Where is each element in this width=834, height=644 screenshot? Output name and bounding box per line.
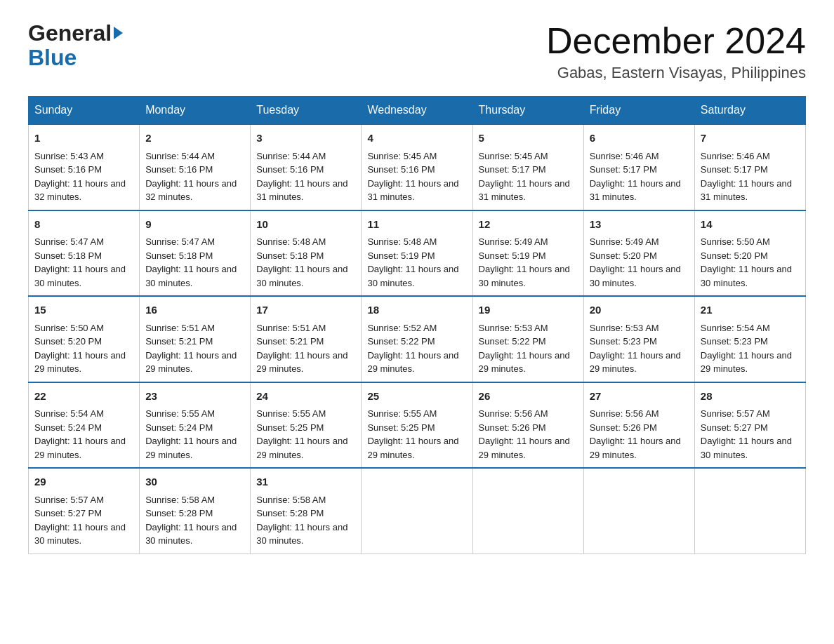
day-number: 14 bbox=[701, 217, 800, 233]
calendar-day-28: 28Sunrise: 5:57 AMSunset: 5:27 PMDayligh… bbox=[694, 382, 805, 469]
sunrise-text: Sunrise: 5:56 AM bbox=[590, 408, 659, 419]
empty-cell bbox=[583, 468, 694, 554]
calendar-day-8: 8Sunrise: 5:47 AMSunset: 5:18 PMDaylight… bbox=[29, 210, 140, 297]
sunset-text: Sunset: 5:16 PM bbox=[256, 164, 324, 175]
daylight-text: Daylight: 11 hours and 30 minutes. bbox=[590, 264, 681, 288]
calendar-header-row: SundayMondayTuesdayWednesdayThursdayFrid… bbox=[29, 97, 806, 125]
calendar-day-29: 29Sunrise: 5:57 AMSunset: 5:27 PMDayligh… bbox=[29, 468, 140, 554]
sunset-text: Sunset: 5:24 PM bbox=[34, 422, 102, 433]
calendar-day-21: 21Sunrise: 5:54 AMSunset: 5:23 PMDayligh… bbox=[694, 296, 805, 382]
sunrise-text: Sunrise: 5:55 AM bbox=[256, 408, 326, 419]
sunrise-text: Sunrise: 5:46 AM bbox=[590, 151, 659, 161]
calendar-day-12: 12Sunrise: 5:49 AMSunset: 5:19 PMDayligh… bbox=[472, 210, 583, 297]
sunrise-text: Sunrise: 5:49 AM bbox=[479, 236, 548, 247]
sunrise-text: Sunrise: 5:48 AM bbox=[367, 236, 437, 247]
sunrise-text: Sunrise: 5:46 AM bbox=[701, 151, 770, 161]
day-number: 20 bbox=[590, 302, 689, 318]
day-number: 27 bbox=[590, 389, 689, 405]
day-number: 18 bbox=[367, 302, 466, 318]
sunrise-text: Sunrise: 5:53 AM bbox=[479, 323, 548, 333]
sunrise-text: Sunrise: 5:55 AM bbox=[145, 408, 215, 419]
sunset-text: Sunset: 5:18 PM bbox=[34, 250, 102, 261]
sunrise-text: Sunrise: 5:54 AM bbox=[34, 408, 104, 419]
empty-cell bbox=[472, 468, 583, 554]
day-number: 2 bbox=[145, 130, 244, 147]
calendar-day-26: 26Sunrise: 5:56 AMSunset: 5:26 PMDayligh… bbox=[472, 382, 583, 469]
logo: General Blue bbox=[28, 21, 123, 70]
daylight-text: Daylight: 11 hours and 30 minutes. bbox=[367, 264, 458, 288]
sunset-text: Sunset: 5:17 PM bbox=[701, 164, 768, 175]
daylight-text: Daylight: 11 hours and 30 minutes. bbox=[34, 264, 126, 288]
calendar-day-10: 10Sunrise: 5:48 AMSunset: 5:18 PMDayligh… bbox=[251, 210, 362, 297]
logo-general-text: General bbox=[28, 21, 112, 46]
col-header-sunday: Sunday bbox=[29, 97, 140, 125]
sunset-text: Sunset: 5:25 PM bbox=[256, 422, 324, 433]
day-number: 6 bbox=[590, 130, 689, 147]
day-number: 8 bbox=[34, 217, 133, 233]
sunset-text: Sunset: 5:19 PM bbox=[479, 250, 546, 261]
day-number: 17 bbox=[256, 302, 355, 318]
calendar-day-9: 9Sunrise: 5:47 AMSunset: 5:18 PMDaylight… bbox=[140, 210, 251, 297]
calendar-day-20: 20Sunrise: 5:53 AMSunset: 5:23 PMDayligh… bbox=[583, 296, 694, 382]
day-number: 19 bbox=[479, 302, 578, 318]
daylight-text: Daylight: 11 hours and 29 minutes. bbox=[145, 436, 237, 460]
sunrise-text: Sunrise: 5:54 AM bbox=[701, 323, 770, 333]
sunset-text: Sunset: 5:21 PM bbox=[145, 336, 213, 347]
sunset-text: Sunset: 5:16 PM bbox=[34, 164, 102, 175]
daylight-text: Daylight: 11 hours and 30 minutes. bbox=[256, 522, 348, 546]
col-header-thursday: Thursday bbox=[472, 97, 583, 125]
col-header-monday: Monday bbox=[140, 97, 251, 125]
logo-triangle-icon bbox=[114, 27, 123, 39]
daylight-text: Daylight: 11 hours and 30 minutes. bbox=[34, 522, 126, 546]
col-header-tuesday: Tuesday bbox=[251, 97, 362, 125]
day-number: 22 bbox=[34, 389, 133, 405]
calendar-day-4: 4Sunrise: 5:45 AMSunset: 5:16 PMDaylight… bbox=[362, 124, 472, 210]
daylight-text: Daylight: 11 hours and 29 minutes. bbox=[701, 350, 792, 375]
logo-blue-text: Blue bbox=[28, 45, 77, 70]
day-number: 11 bbox=[367, 217, 466, 233]
daylight-text: Daylight: 11 hours and 30 minutes. bbox=[256, 264, 348, 288]
daylight-text: Daylight: 11 hours and 31 minutes. bbox=[256, 178, 348, 203]
daylight-text: Daylight: 11 hours and 31 minutes. bbox=[701, 178, 792, 203]
sunrise-text: Sunrise: 5:55 AM bbox=[367, 408, 437, 419]
sunrise-text: Sunrise: 5:50 AM bbox=[34, 323, 104, 333]
day-number: 23 bbox=[145, 389, 244, 405]
sunrise-text: Sunrise: 5:53 AM bbox=[590, 323, 659, 333]
page-header: General Blue December 2024 Gabas, Easter… bbox=[28, 21, 806, 82]
sunset-text: Sunset: 5:20 PM bbox=[34, 336, 102, 347]
daylight-text: Daylight: 11 hours and 29 minutes. bbox=[590, 350, 681, 375]
day-number: 26 bbox=[479, 389, 578, 405]
sunset-text: Sunset: 5:16 PM bbox=[367, 164, 435, 175]
sunrise-text: Sunrise: 5:56 AM bbox=[479, 408, 548, 419]
calendar-day-23: 23Sunrise: 5:55 AMSunset: 5:24 PMDayligh… bbox=[140, 382, 251, 469]
sunrise-text: Sunrise: 5:51 AM bbox=[256, 323, 326, 333]
sunset-text: Sunset: 5:28 PM bbox=[145, 508, 213, 518]
location-subtitle: Gabas, Eastern Visayas, Philippines bbox=[546, 64, 806, 82]
day-number: 1 bbox=[34, 130, 133, 147]
sunrise-text: Sunrise: 5:48 AM bbox=[256, 236, 326, 247]
calendar-day-24: 24Sunrise: 5:55 AMSunset: 5:25 PMDayligh… bbox=[251, 382, 362, 469]
daylight-text: Daylight: 11 hours and 29 minutes. bbox=[34, 436, 126, 460]
sunrise-text: Sunrise: 5:58 AM bbox=[256, 495, 326, 505]
title-area: December 2024 Gabas, Eastern Visayas, Ph… bbox=[546, 21, 806, 82]
sunrise-text: Sunrise: 5:57 AM bbox=[701, 408, 770, 419]
calendar-day-25: 25Sunrise: 5:55 AMSunset: 5:25 PMDayligh… bbox=[362, 382, 472, 469]
sunrise-text: Sunrise: 5:50 AM bbox=[701, 236, 770, 247]
calendar-day-5: 5Sunrise: 5:45 AMSunset: 5:17 PMDaylight… bbox=[472, 124, 583, 210]
daylight-text: Daylight: 11 hours and 31 minutes. bbox=[479, 178, 570, 203]
sunset-text: Sunset: 5:17 PM bbox=[479, 164, 546, 175]
calendar-table: SundayMondayTuesdayWednesdayThursdayFrid… bbox=[28, 96, 806, 554]
sunrise-text: Sunrise: 5:44 AM bbox=[145, 151, 215, 161]
calendar-day-6: 6Sunrise: 5:46 AMSunset: 5:17 PMDaylight… bbox=[583, 124, 694, 210]
sunset-text: Sunset: 5:24 PM bbox=[145, 422, 213, 433]
daylight-text: Daylight: 11 hours and 29 minutes. bbox=[479, 436, 570, 460]
sunset-text: Sunset: 5:22 PM bbox=[367, 336, 435, 347]
daylight-text: Daylight: 11 hours and 29 minutes. bbox=[256, 436, 348, 460]
day-number: 28 bbox=[701, 389, 800, 405]
day-number: 10 bbox=[256, 217, 355, 233]
calendar-day-15: 15Sunrise: 5:50 AMSunset: 5:20 PMDayligh… bbox=[29, 296, 140, 382]
calendar-day-16: 16Sunrise: 5:51 AMSunset: 5:21 PMDayligh… bbox=[140, 296, 251, 382]
calendar-day-3: 3Sunrise: 5:44 AMSunset: 5:16 PMDaylight… bbox=[251, 124, 362, 210]
day-number: 31 bbox=[256, 474, 355, 490]
day-number: 9 bbox=[145, 217, 244, 233]
